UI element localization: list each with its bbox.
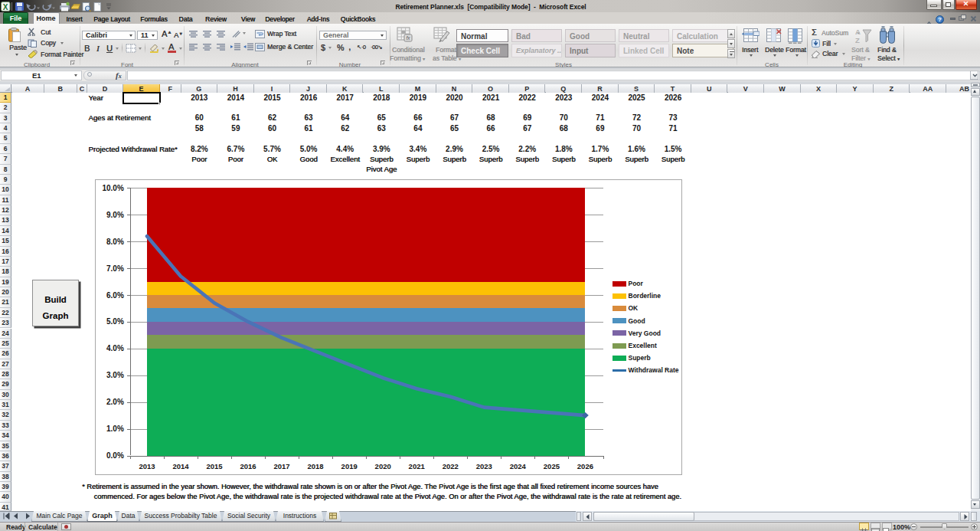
svg-text:A: A <box>855 28 861 36</box>
svg-text:fx: fx <box>406 35 410 41</box>
svg-text:Z: Z <box>855 36 860 44</box>
svg-text:X: X <box>3 2 8 11</box>
